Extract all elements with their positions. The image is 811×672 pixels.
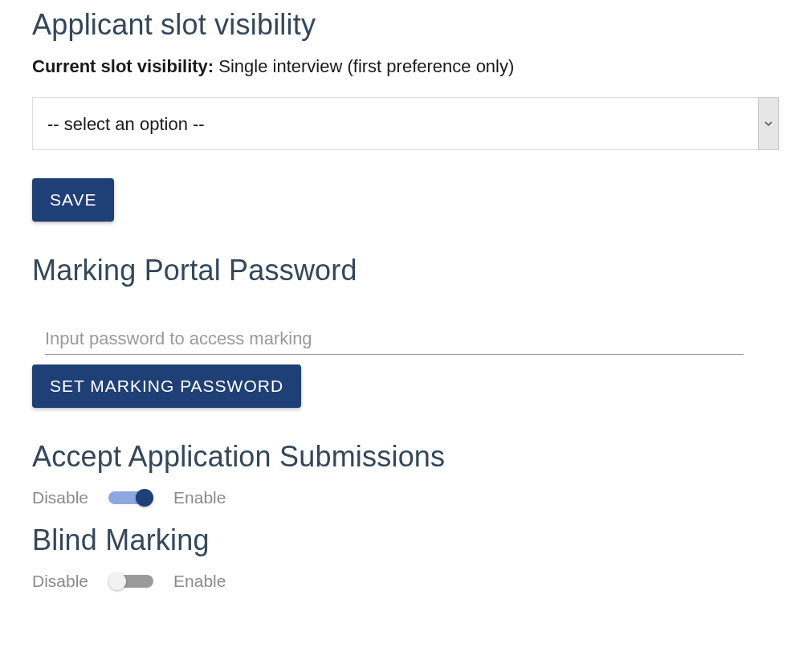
accept-submissions-heading: Accept Application Submissions	[32, 440, 779, 474]
current-slot-visibility-value: Single interview (first preference only)	[218, 56, 514, 76]
save-button[interactable]: SAVE	[32, 178, 114, 222]
marking-password-section: Marking Portal Password SET MARKING PASS…	[32, 254, 779, 408]
marking-password-input[interactable]	[45, 324, 744, 355]
blind-marking-toggle[interactable]	[108, 572, 153, 590]
slot-visibility-heading: Applicant slot visibility	[32, 8, 779, 42]
accept-submissions-enable-label: Enable	[173, 488, 230, 507]
blind-marking-toggle-row: Disable Enable	[32, 572, 779, 591]
slot-visibility-section: Applicant slot visibility Current slot v…	[32, 8, 779, 222]
toggle-thumb	[108, 572, 126, 590]
accept-submissions-disable-label: Disable	[32, 488, 88, 507]
set-marking-password-button[interactable]: SET MARKING PASSWORD	[32, 365, 301, 408]
accept-submissions-toggle[interactable]	[108, 489, 153, 507]
blind-marking-enable-label: Enable	[173, 572, 230, 591]
accept-submissions-section: Accept Application Submissions Disable E…	[32, 440, 779, 507]
blind-marking-section: Blind Marking Disable Enable	[32, 523, 779, 591]
toggle-thumb	[136, 489, 153, 507]
marking-password-heading: Marking Portal Password	[32, 254, 779, 287]
blind-marking-disable-label: Disable	[32, 572, 88, 591]
current-slot-visibility-row: Current slot visibility: Single intervie…	[32, 56, 779, 77]
slot-visibility-select[interactable]: -- select an option --	[32, 97, 779, 150]
slot-visibility-select-wrap: -- select an option --	[32, 97, 779, 150]
current-slot-visibility-label: Current slot visibility:	[32, 56, 214, 76]
marking-password-input-wrap	[32, 324, 779, 355]
blind-marking-heading: Blind Marking	[32, 523, 779, 557]
accept-submissions-toggle-row: Disable Enable	[32, 488, 779, 507]
